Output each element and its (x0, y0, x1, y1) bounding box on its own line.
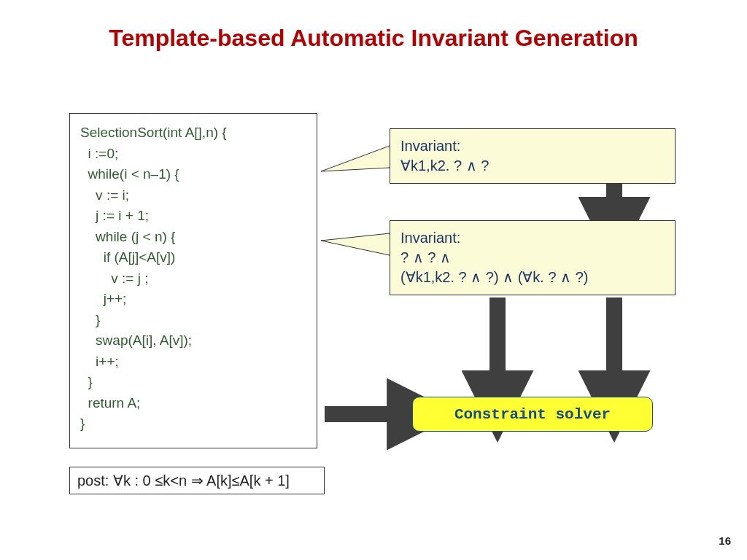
invariant2-line2: ? ∧ ? ∧ (400, 248, 665, 268)
callout-tail-1 (321, 146, 390, 171)
invariant1-line1: Invariant: (400, 136, 665, 156)
invariant2-line1: Invariant: (400, 228, 665, 248)
constraint-solver-box: Constraint solver (412, 397, 653, 432)
invariant1-line2: ∀k1,k2. ? ∧ ? (400, 156, 665, 176)
code-box: SelectionSort(int A[],n) { i :=0; while(… (69, 113, 317, 448)
svg-marker-2 (321, 233, 390, 255)
callout-tail-2 (321, 233, 390, 255)
postcondition-box: post: ∀k : 0 ≤k<n ⇒ A[k]≤A[k + 1] (69, 467, 325, 494)
slide-title: Template-based Automatic Invariant Gener… (0, 25, 747, 52)
invariant-box-1: Invariant: ∀k1,k2. ? ∧ ? (390, 128, 676, 184)
page-number: 16 (719, 534, 731, 547)
invariant2-line3: (∀k1,k2. ? ∧ ?) ∧ (∀k. ? ∧ ?) (400, 268, 665, 287)
invariant-box-2: Invariant: ? ∧ ? ∧ (∀k1,k2. ? ∧ ?) ∧ (∀k… (390, 220, 676, 295)
svg-marker-0 (321, 146, 390, 171)
